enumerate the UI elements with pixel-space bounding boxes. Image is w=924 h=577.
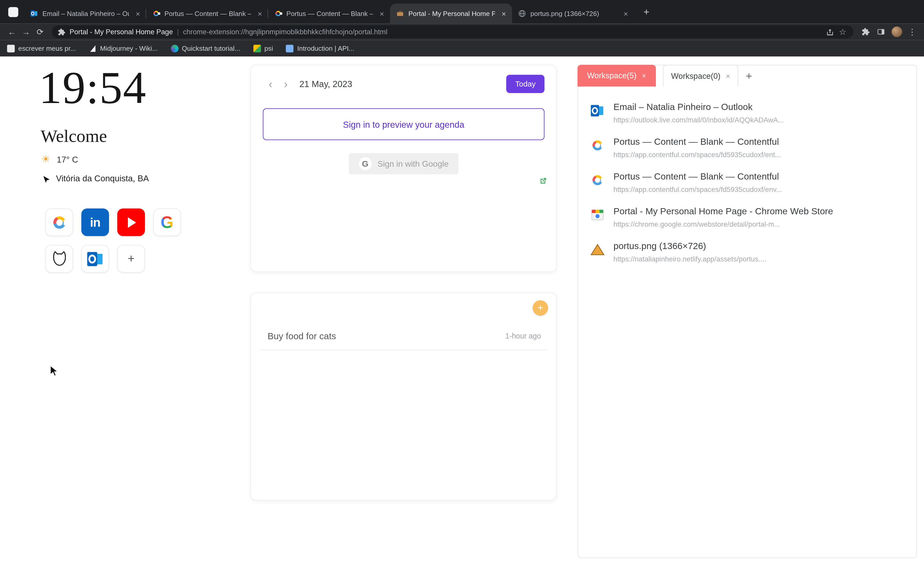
forward-button[interactable]: → [19,25,33,38]
omnibox-url: chrome-extension://hgnjlipnmpimoblkbbhkk… [183,27,822,36]
workspace-link-list: Email – Natalia Pinheiro – Outlook https… [578,87,916,270]
link-title: Email – Natalia Pinheiro – Outlook [613,102,784,112]
tutorial-favicon [171,45,178,52]
bookmark-item-midjourney[interactable]: Midjourney - Wiki... [89,45,158,52]
link-title: Portus — Content — Blank — Contentful [613,171,782,182]
todo-item[interactable]: Buy food for cats 1-hour ago [259,322,548,350]
reload-button[interactable]: ⟳ [33,25,47,38]
bookmarks-bar: escrever meus pr... Midjourney - Wiki...… [0,40,924,56]
contentful-icon [274,10,282,18]
close-tab-icon[interactable]: × [499,9,509,18]
midjourney-favicon [89,45,97,52]
shortcut-contentful[interactable] [45,208,73,236]
workspace-link-portus-png[interactable]: portus.png (1366×726) https://nataliapin… [578,235,916,270]
add-todo-button[interactable]: + [533,300,548,316]
link-text: Portal - My Personal Home Page - Chrome … [613,206,833,229]
shortcut-outlook[interactable] [81,245,109,272]
close-workspace-icon[interactable]: × [726,72,730,81]
workspace-link-webstore[interactable]: Portal - My Personal Home Page - Chrome … [578,200,916,235]
browser-app-icon[interactable] [8,7,18,17]
next-day-button[interactable]: › [278,77,293,90]
bookmark-item-escrever[interactable]: escrever meus pr... [7,45,76,52]
close-tab-icon[interactable]: × [621,9,631,18]
extension-icon [58,28,66,36]
add-shortcut-button[interactable]: + [117,245,145,272]
google-signin-button[interactable]: G Sign in with Google [349,153,459,174]
link-title: Portus — Content — Blank — Contentful [613,137,781,147]
tab-portus-contentful-1[interactable]: Portus — Content — Blank — C... × [146,3,268,24]
address-bar[interactable]: Portal - My Personal Home Page | chrome-… [52,25,853,38]
tab-portus-png[interactable]: portus.png (1366×726) × [512,3,634,24]
agenda-date: 21 May, 2023 [299,79,352,89]
youtube-play-icon [128,217,136,227]
plus-icon: + [128,252,134,266]
link-url: https://outlook.live.com/mail/0/inbox/id… [613,116,784,124]
link-title: portus.png (1366×726) [613,241,766,251]
shortcuts-grid: in G + [45,208,181,272]
navigation-arrow-icon [41,174,50,183]
doc-favicon [7,45,15,52]
close-tab-icon[interactable]: × [377,9,387,18]
temperature: 17° C [57,155,78,164]
today-button[interactable]: Today [506,75,544,93]
agenda-card: ‹ › 21 May, 2023 Today Sign in to previe… [250,64,557,272]
todo-timestamp: 1-hour ago [505,332,541,340]
linkedin-icon: in [90,215,100,229]
shortcut-youtube[interactable] [117,208,145,236]
shortcut-cat[interactable] [45,245,73,272]
outlook-icon [30,10,39,18]
tab-title: Portus — Content — Blank — C... [165,10,251,17]
browser-toolbar: ← → ⟳ Portal - My Personal Home Page | c… [0,23,924,40]
side-panel-icon[interactable] [877,27,885,36]
prev-day-button[interactable]: ‹ [263,77,278,90]
back-button[interactable]: ← [5,25,19,38]
location-row: Vitória da Conquista, BA [41,174,149,183]
google-icon: G [161,213,173,232]
bookmark-item-quickstart[interactable]: Quickstart tutorial... [171,45,240,52]
bookmark-item-psi[interactable]: psi [253,45,273,52]
psi-favicon [253,45,261,52]
bookmark-label: Midjourney - Wiki... [100,45,158,52]
weather-row: ☀ 17° C [41,154,78,164]
agenda-header: ‹ › 21 May, 2023 Today [263,75,544,93]
close-tab-icon[interactable]: × [255,9,265,18]
todo-text: Buy food for cats [268,330,336,341]
add-workspace-button[interactable]: + [738,65,759,87]
link-url: https://chrome.google.com/webstore/detai… [613,220,833,229]
sun-icon: ☀ [41,154,50,164]
tab-portal-active[interactable]: Portal - My Personal Home Pag... × [390,3,512,24]
tab-email-outlook[interactable]: Email – Natalia Pinheiro – Outl... × [24,3,146,24]
close-tab-icon[interactable]: × [133,9,143,18]
outlook-icon [590,103,605,118]
todo-list: Buy food for cats 1-hour ago [259,322,548,350]
workspace-tab-active[interactable]: Workspace(5) × [577,64,656,87]
external-link-icon[interactable] [539,176,548,185]
share-icon[interactable] [826,28,834,36]
workspace-panel: Workspace(5) × Workspace(0) × + Email – … [577,64,917,558]
workspace-tab-idle[interactable]: Workspace(0) × [663,64,738,87]
bookmark-item-api-intro[interactable]: Introduction | API... [286,45,354,52]
link-text: portus.png (1366×726) https://nataliapin… [613,241,766,263]
google-signin-label: Sign in with Google [378,159,449,168]
chrome-webstore-icon [590,207,605,222]
bookmark-star-icon[interactable]: ☆ [838,25,847,38]
workspace-link-contentful-1[interactable]: Portus — Content — Blank — Contentful ht… [578,131,916,165]
shortcut-linkedin[interactable]: in [81,208,109,236]
tab-portus-contentful-2[interactable]: Portus — Content — Blank — C... × [268,3,390,24]
link-title: Portal - My Personal Home Page - Chrome … [613,206,833,217]
bookmark-label: psi [264,45,273,52]
profile-avatar[interactable] [892,27,902,37]
signin-preview-banner[interactable]: Sign in to preview your agenda [263,108,544,140]
omnibox-separator: | [177,27,179,36]
workspace-link-outlook[interactable]: Email – Natalia Pinheiro – Outlook https… [578,96,916,131]
menu-kebab-icon[interactable]: ⋮ [905,25,919,38]
close-workspace-icon[interactable]: × [642,71,646,80]
outlook-icon [86,249,105,268]
extensions-puzzle-icon[interactable] [862,27,870,36]
new-tab-button[interactable]: + [639,5,654,20]
screenshot-root: Email – Natalia Pinheiro – Outl... × Por… [0,0,924,577]
workspace-link-contentful-2[interactable]: Portus — Content — Blank — Contentful ht… [578,165,916,200]
shortcut-google[interactable]: G [153,208,181,236]
link-text: Portus — Content — Blank — Contentful ht… [613,137,781,159]
location-name: Vitória da Conquista, BA [56,174,149,183]
